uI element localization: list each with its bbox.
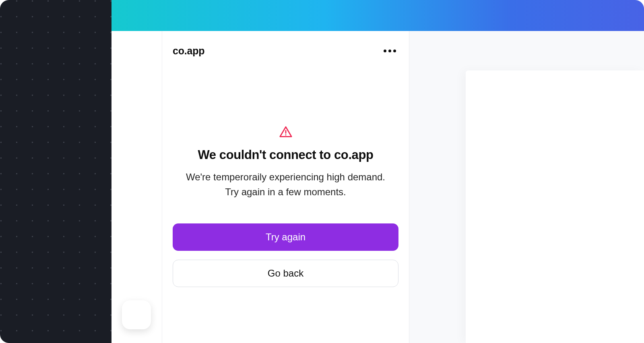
more-options-icon[interactable] [381,47,398,55]
sidebar-dark [0,0,111,343]
app-title: co.app [173,45,204,57]
dialog-body: We couldn't connect to co.app We're temp… [173,65,398,287]
warning-triangle-icon [279,125,293,141]
go-back-button[interactable]: Go back [173,260,398,287]
dialog-header: co.app [173,31,398,65]
error-dialog-panel: co.app We couldn't connect to co.app [111,31,409,343]
app-frame: co.app We couldn't connect to co.app [0,0,644,343]
main-area: co.app We couldn't connect to co.app [111,31,644,343]
try-again-button[interactable]: Try again [173,223,398,251]
gradient-header [111,0,644,31]
error-body-line-2: Try again in a few moments. [173,184,398,199]
error-heading: We couldn't connect to co.app [173,148,398,162]
error-body-line-1: We're temperoraily experiencing high dem… [173,169,398,184]
button-stack: Try again Go back [173,223,398,287]
svg-point-1 [285,134,286,136]
dialog-inner: co.app We couldn't connect to co.app [162,31,409,343]
right-blank-card [466,70,644,343]
floating-action-button[interactable] [122,300,151,329]
